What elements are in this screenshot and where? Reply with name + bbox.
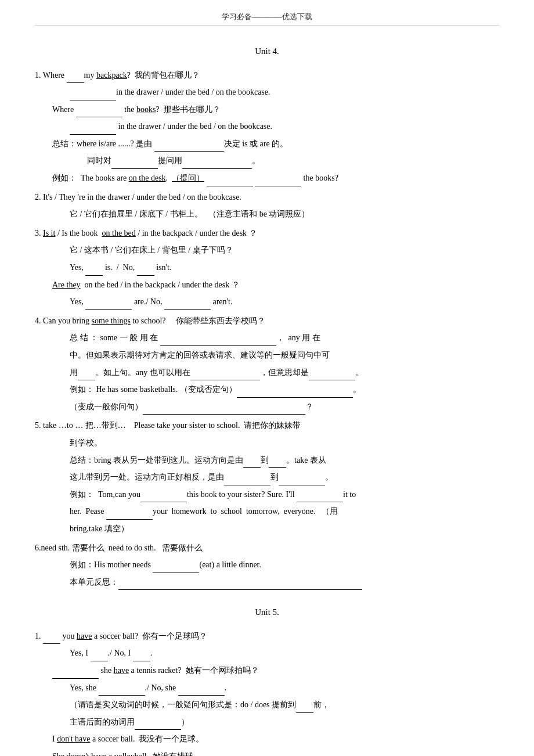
unit5-item1: 1. you have a soccer ball? 你有一个足球吗？ Yes,… [35,629,499,756]
unit4-item5: 5. take …to … 把…带到… Please take your sis… [35,418,499,537]
unit4-item4: 4. Can you bring some things to school? … [35,314,499,415]
blank [78,371,95,380]
blank [143,405,305,415]
blank [178,686,225,696]
blank [207,177,253,186]
blank [309,371,355,380]
blank [237,388,353,398]
blank [243,459,261,468]
blank [118,581,362,590]
blank [296,704,313,713]
blank [255,177,301,186]
blank [70,125,116,135]
unit4-item6: 6.need sth. 需要什么 need to do sth. 需要做什么 例… [35,541,499,591]
unit5-title: Unit 5. [35,604,499,621]
blank [160,337,276,346]
unit4-item2: 2. It's / They 're in the drawer / under… [35,190,499,222]
page-content: Unit 4. 1. Where my backpack? 我的背包在哪儿？ i… [35,43,499,756]
blank [154,142,224,152]
blank [43,635,60,644]
blank [70,91,116,100]
blank [85,301,132,310]
unit4-title: Unit 4. [35,43,499,60]
blank [182,160,252,169]
blank [85,267,103,276]
blank [190,371,260,380]
unit4-item3: 3. Is it / Is the book on the bed / in t… [35,226,499,310]
blank [153,564,199,573]
the-desk-text: the desk [203,280,229,289]
blank [135,721,181,730]
blank [111,160,158,169]
blank [76,108,122,117]
blank [297,493,343,502]
blank [269,459,286,468]
blank [137,267,154,276]
unit4-item1: 1. Where my backpack? 我的背包在哪儿？ in the dr… [35,68,499,186]
page-header: 学习必备————优选下载 [35,12,499,26]
blank [106,510,153,520]
blank [52,669,99,679]
blank [67,74,84,83]
blank [99,686,145,696]
blank [133,652,150,661]
blank [140,493,187,502]
blank [279,476,325,485]
blank [91,652,108,661]
blank [164,301,211,310]
blank [224,476,270,485]
